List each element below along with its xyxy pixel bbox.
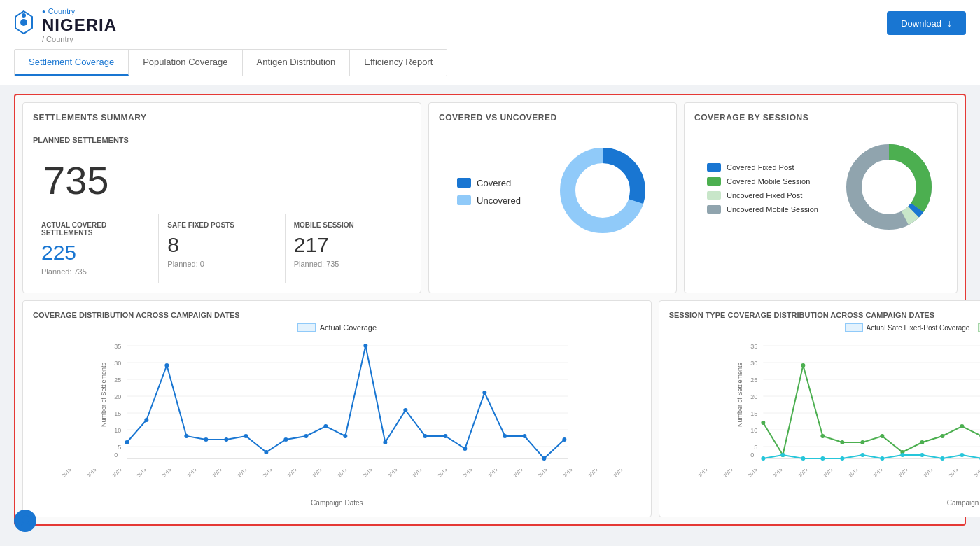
svg-text:5: 5 [754,444,757,451]
download-button[interactable]: Download ↓ [887,11,966,35]
svg-text:25: 25 [114,377,121,384]
x-axis-labels-1: 2019-09-10 2019-09-11 2019-09-12 2019-09… [33,469,641,479]
planned-settlements-section: PLANNED SETTLEMENTS 735 [33,130,411,214]
svg-point-50 [562,438,566,442]
tab-settlement-coverage[interactable]: Settlement Coverage [15,50,129,76]
svg-point-30 [164,363,169,368]
svg-point-68 [761,421,765,425]
covered-donut-chart [557,145,648,238]
download-icon: ↓ [947,18,952,29]
stat-covered-settlements: ACTUAL COVERED SETTLEMENTS 225 Planned: … [33,214,159,283]
coverage-dist-legend: Actual Coverage [33,323,641,332]
planned-label: PLANNED SETTLEMENTS [33,136,411,144]
svg-text:20: 20 [114,393,121,400]
coverage-dist-chart: 35 30 25 20 15 10 5 0 Number of Settleme… [33,336,641,465]
svg-text:Number of Settlements: Number of Settlements [100,362,107,427]
svg-point-91 [761,456,765,461]
svg-point-2 [22,13,26,18]
stat-fixed-planned: Planned: 0 [167,260,276,268]
svg-text:Number of Settlements: Number of Settlements [736,362,743,427]
stat-mobile-label: MOBILE SESSION [294,221,402,229]
coverage-distribution-card: COVERAGE DISTRIBUTION ACROSS CAMPAIGN DA… [22,300,652,517]
stat-fixed-value: 8 [167,233,276,257]
svg-point-43 [423,434,427,438]
bottom-row: COVERAGE DISTRIBUTION ACROSS CAMPAIGN DA… [22,300,958,517]
session-dist-chart: 35 30 25 20 15 10 5 0 Number of Settleme… [669,336,980,465]
x-axis-labels-2: 2019-09-10 2019-09-11 2019-09-12 2019-09… [669,469,980,479]
svg-point-34 [244,434,248,438]
svg-text:30: 30 [114,360,121,367]
covered-legend-label: Covered [477,178,511,188]
svg-point-36 [284,438,288,442]
covered-uncovered-card: COVERED VS UNCOVERED Covered Uncovered [428,102,677,293]
svg-point-49 [542,456,546,461]
sessions-chart-area: Covered Fixed Post Covered Mobile Sessio… [694,131,947,245]
svg-text:5: 5 [118,444,121,451]
svg-point-70 [801,363,805,368]
tabs-container: Settlement Coverage Population Coverage … [0,49,980,85]
svg-point-35 [264,450,268,454]
tab-antigen-distribution[interactable]: Antigen Distribution [243,50,351,76]
svg-point-78 [960,424,964,428]
svg-point-77 [940,434,944,438]
svg-point-10 [862,160,916,214]
tab-efficiency-report[interactable]: Efficiency Report [350,50,447,76]
coverage-by-sessions-card: COVERAGE BY SESSIONS Covered Fixed Post … [684,102,958,293]
svg-point-39 [343,434,347,438]
svg-point-1 [20,19,27,26]
svg-point-47 [503,434,507,438]
stat-mobile-planned: Planned: 735 [294,260,402,268]
covered-chart-area: Covered Uncovered [439,131,666,252]
coverage-dist-legend-label: Actual Coverage [320,323,377,332]
svg-text:10: 10 [114,427,121,434]
svg-text:20: 20 [750,393,757,400]
svg-point-73 [860,440,864,444]
session-dist-legend: Actual Safe Fixed-Post Coverage Actual M… [669,323,980,332]
sessions-legend-2: Covered Mobile Session [727,177,810,186]
svg-point-100 [940,456,944,461]
session-dist-legend-1: Actual Safe Fixed-Post Coverage [867,324,970,332]
svg-text:30: 30 [750,360,757,367]
svg-point-5 [576,164,629,217]
stat-covered-label: ACTUAL COVERED SETTLEMENTS [41,221,150,237]
sessions-legend-3: Uncovered Fixed Post [727,191,802,200]
tab-population-coverage[interactable]: Population Coverage [129,50,242,76]
user-avatar[interactable]: 👤 [14,510,36,532]
svg-point-38 [323,424,328,428]
sessions-legend-1: Covered Fixed Post [727,163,794,172]
session-type-coverage-card: SESSION TYPE COVERAGE DISTRIBUTION ACROS… [659,300,980,517]
x-axis-title-1: Campaign Dates [33,499,641,507]
dashboard-container: SETTLEMENTS SUMMARY PLANNED SETTLEMENTS … [14,94,966,526]
session-dist-title: SESSION TYPE COVERAGE DISTRIBUTION ACROS… [669,311,980,319]
svg-point-32 [204,438,208,442]
svg-point-97 [880,456,884,461]
coverage-dist-title: COVERAGE DISTRIBUTION ACROSS CAMPAIGN DA… [33,311,641,319]
svg-point-31 [184,434,188,438]
stat-covered-value: 225 [41,241,150,265]
sessions-title: COVERAGE BY SESSIONS [694,113,947,122]
uncovered-legend-label: Uncovered [477,195,521,206]
svg-text:15: 15 [114,410,121,417]
x-axis-title-2: Campaign Dates [669,499,980,507]
country-label: ● Country [42,7,117,15]
svg-text:0: 0 [750,451,754,458]
svg-point-40 [363,344,368,348]
svg-point-72 [840,440,844,444]
app-logo [14,10,34,35]
svg-point-33 [224,438,228,442]
svg-point-48 [522,434,526,438]
svg-point-41 [383,440,387,444]
svg-point-92 [780,453,785,457]
stat-mobile-session: MOBILE SESSION 217 Planned: 735 [286,214,411,283]
stat-covered-planned: Planned: 735 [41,267,150,276]
breadcrumb: / Country [42,35,117,43]
svg-point-101 [960,453,964,457]
main-content: SETTLEMENTS SUMMARY PLANNED SETTLEMENTS … [0,85,980,534]
covered-title: COVERED VS UNCOVERED [439,113,666,122]
svg-point-93 [801,456,805,461]
header: ● Country NIGERIA / Country Download ↓ [0,0,980,49]
stat-fixed-label: SAFE FIXED POSTS [167,221,276,229]
svg-point-94 [820,456,825,461]
svg-text:35: 35 [750,343,757,350]
svg-point-95 [840,456,844,461]
